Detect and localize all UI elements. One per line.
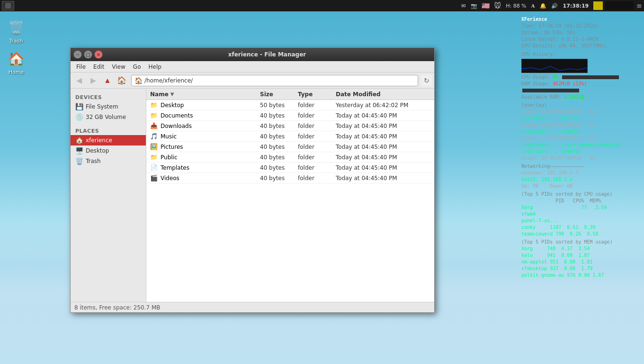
tray-xfce-icon[interactable]: 🐭 [493,2,503,9]
col-date[interactable]: Date Modified [336,91,430,98]
table-row[interactable]: 📁 Desktop 50 bytes folder Yesterday at 0… [146,100,434,110]
file-date: Today at 04:45:40 PM [336,164,430,171]
content-area: DEVICES 💾 File System 💿 32 GB Volume PLA… [71,89,434,302]
file-icon: 📁 [150,101,158,109]
close-button[interactable]: ✕ [94,50,103,59]
file-icon: 🎬 [150,174,158,182]
address-text: /home/xferience/ [144,77,415,84]
file-date: Today at 04:45:40 PM [336,154,430,161]
file-rows: 📁 Desktop 50 bytes folder Yesterday at 0… [146,100,434,183]
file-type: folder [298,164,336,171]
file-list-container: Name ▼ Size Type Date Modified 📁 Desktop… [146,89,434,302]
refresh-button[interactable]: ↻ [421,75,432,86]
table-row[interactable]: 🎬 Videos 40 bytes folder Today at 04:45:… [146,173,434,183]
32gb-icon: 💿 [75,113,83,121]
sidebar-trash-label: Trash [86,158,101,164]
table-row[interactable]: 🎵 Music 40 bytes folder Today at 04:45:4… [146,131,434,142]
menubar: File Edit View Go Help [71,61,434,73]
file-date: Today at 04:45:40 PM [336,133,430,140]
file-type: folder [298,175,336,182]
file-date: Yesterday at 06:42:02 PM [336,102,430,109]
file-name-text: Public [161,154,178,161]
sidebar-item-32gb[interactable]: 💿 32 GB Volume [71,112,146,122]
desktop-icon-home[interactable]: 🏠 Home [5,47,27,77]
forward-button[interactable]: ▶ [87,74,100,87]
taskbar-app-icon [5,3,11,9]
file-size: 40 bytes [260,144,298,150]
sidebar-item-trash[interactable]: 🗑️ Trash [71,156,146,166]
file-name-text: Downloads [161,123,192,129]
file-type: folder [298,123,336,129]
sidebar-32gb-label: 32 GB Volume [86,114,126,120]
tray-time: 17:38:19 [561,3,591,9]
file-icon: 📁 [150,154,158,161]
menu-help[interactable]: Help [144,63,165,71]
tray-flag-icon[interactable]: 🇺🇸 [481,2,491,9]
col-name[interactable]: Name ▼ [150,91,260,98]
tray-volume-icon[interactable]: 🔊 [550,3,559,9]
table-row[interactable]: 📁 Documents 40 bytes folder Today at 04:… [146,110,434,121]
file-date: Today at 04:45:40 PM [336,144,430,150]
taskbar-right: ✉ 📷 🇺🇸 🐭 H: 88 % A 🔔 🔊 17:38:19 ≡ [460,1,642,10]
titlebar-buttons: − □ ✕ [73,50,103,59]
trash-sidebar-icon: 🗑️ [75,157,83,165]
home-button[interactable]: 🏠 [115,74,128,87]
file-type: folder [298,112,336,119]
tray-email-icon[interactable]: ✉ [460,3,467,9]
col-type[interactable]: Type [298,91,336,98]
table-row[interactable]: 📄 Templates 40 bytes folder Today at 04:… [146,163,434,173]
desktop-icon-trash[interactable]: 🗑️ Trash [5,16,27,46]
back-button[interactable]: ◀ [72,74,86,87]
menu-view[interactable]: View [108,63,129,71]
file-size: 50 bytes [260,102,298,109]
file-name-text: Templates [161,164,189,171]
tray-endbox [605,1,634,10]
file-name-text: Documents [161,112,193,119]
trash-icon: 🗑️ [7,18,26,37]
file-name-text: Videos [161,175,179,182]
file-icon: 📄 [150,164,158,171]
sidebar-item-filesystem[interactable]: 💾 File System [71,101,146,112]
minimize-button[interactable]: − [73,50,82,59]
table-row[interactable]: 📁 Public 40 bytes folder Today at 04:45:… [146,152,434,163]
tray-network-icon[interactable]: 🔔 [538,3,548,9]
file-date: Today at 04:45:40 PM [336,112,430,119]
taskbar: ✉ 📷 🇺🇸 🐭 H: 88 % A 🔔 🔊 17:38:19 ≡ [0,0,644,11]
file-list-header: Name ▼ Size Type Date Modified [146,89,434,100]
taskbar-left [2,1,460,10]
col-size[interactable]: Size [260,91,298,98]
menu-go[interactable]: Go [129,63,145,71]
file-manager-window: − □ ✕ xferience - File Manager File Edit… [70,47,435,313]
file-icon: 📥 [150,122,158,129]
sidebar-xferience-label: xferience [86,137,112,144]
file-type: folder [298,102,336,109]
taskbar-app-xfce[interactable] [2,1,14,10]
file-size: 40 bytes [260,133,298,140]
file-icon: 🖼️ [150,143,158,150]
toolbar: ◀ ▶ ▲ 🏠 🏠 /home/xferience/ ↻ [71,73,434,89]
file-type: folder [298,144,336,150]
maximize-button[interactable]: □ [84,50,92,59]
table-row[interactable]: 📥 Downloads 40 bytes folder Today at 04:… [146,121,434,131]
sidebar-filesystem-label: File System [86,103,118,110]
file-type: folder [298,133,336,140]
sidebar-item-desktop[interactable]: 🖥️ Desktop [71,146,146,156]
file-size: 40 bytes [260,123,298,129]
table-row[interactable]: 🖼️ Pictures 40 bytes folder Today at 04:… [146,142,434,152]
sidebar-desktop-label: Desktop [86,147,109,154]
file-date: Today at 04:45:40 PM [336,123,430,129]
sidebar-item-xferience[interactable]: 🏠 xferience [71,135,146,146]
filesystem-icon: 💾 [75,103,83,110]
menu-edit[interactable]: Edit [89,63,108,71]
devices-section-title: DEVICES [71,92,146,101]
titlebar: − □ ✕ xferience - File Manager [71,48,434,61]
sort-arrow: ▼ [170,91,174,97]
window-title: xferience - File Manager [103,51,431,58]
file-type: folder [298,154,336,161]
up-button[interactable]: ▲ [101,74,114,87]
menu-file[interactable]: File [72,63,89,71]
file-icon: 🎵 [150,133,158,140]
tray-menu-icon[interactable]: ≡ [636,2,642,9]
tray-screenshot-icon[interactable]: 📷 [469,3,479,9]
sidebar: DEVICES 💾 File System 💿 32 GB Volume PLA… [71,89,146,302]
